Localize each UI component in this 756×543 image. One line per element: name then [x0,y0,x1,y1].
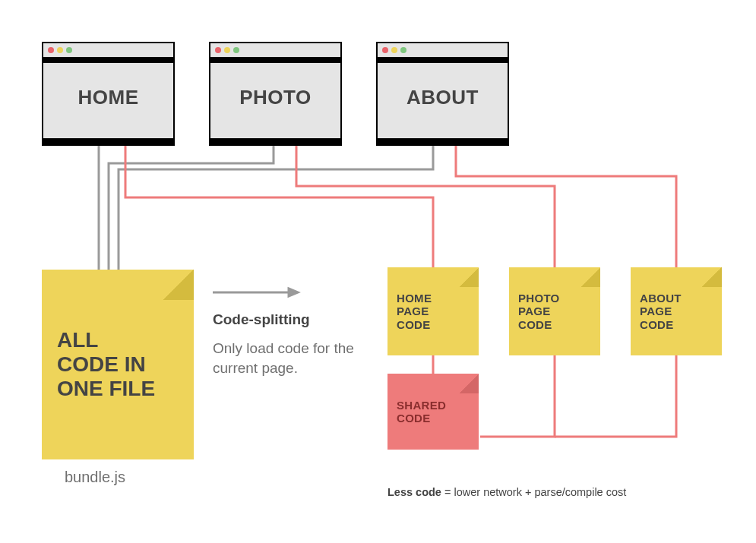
traffic-light-red-icon [382,47,388,53]
window-title: PHOTO [210,57,340,138]
traffic-light-green-icon [66,47,72,53]
browser-window-about: ABOUT [376,42,509,146]
page-fold-icon [580,267,600,287]
bundle-file-label: ALL CODE IN ONE FILE [42,328,170,402]
bottom-note-strong: Less code [387,486,441,498]
traffic-light-green-icon [400,47,406,53]
bottom-note: Less code = lower network + parse/compil… [387,486,626,498]
traffic-light-green-icon [233,47,239,53]
bottom-note-rest: = lower network + parse/compile cost [441,486,626,498]
page-fold-icon [702,267,722,287]
window-title: HOME [43,57,173,138]
file-label: HOME PAGE CODE [387,292,441,331]
photo-page-code-file: PHOTO PAGE CODE [509,267,600,355]
traffic-light-yellow-icon [57,47,63,53]
window-title: ABOUT [378,57,508,138]
page-fold-icon [459,374,479,393]
traffic-light-yellow-icon [391,47,397,53]
shared-code-file: SHARED CODE [387,374,479,450]
home-page-code-file: HOME PAGE CODE [387,267,479,355]
file-label: PHOTO PAGE CODE [509,292,569,331]
traffic-light-red-icon [48,47,54,53]
window-titlebar [43,43,173,57]
bundle-file-card: ALL CODE IN ONE FILE [42,270,194,459]
browser-window-photo: PHOTO [209,42,342,146]
diagram-canvas: HOME PHOTO ABOUT ALL CODE IN ONE FILE bu… [0,0,756,543]
bundle-filename-caption: bundle.js [65,469,125,486]
traffic-light-red-icon [215,47,221,53]
window-titlebar [210,43,340,57]
code-splitting-heading: Code-splitting [213,311,380,328]
window-bottom-bar [210,138,340,144]
window-titlebar [378,43,508,57]
window-bottom-bar [43,138,173,144]
page-fold-icon [163,270,194,300]
middle-explainer: Code-splitting Only load code for the cu… [213,311,380,377]
svg-marker-1 [289,289,298,296]
about-page-code-file: ABOUT PAGE CODE [631,267,722,355]
page-fold-icon [459,267,479,287]
traffic-light-yellow-icon [224,47,230,53]
file-label: SHARED CODE [387,399,455,425]
browser-window-home: HOME [42,42,175,146]
code-splitting-body: Only load code for the current page. [213,339,380,377]
file-label: ABOUT PAGE CODE [631,292,691,331]
window-bottom-bar [378,138,508,144]
